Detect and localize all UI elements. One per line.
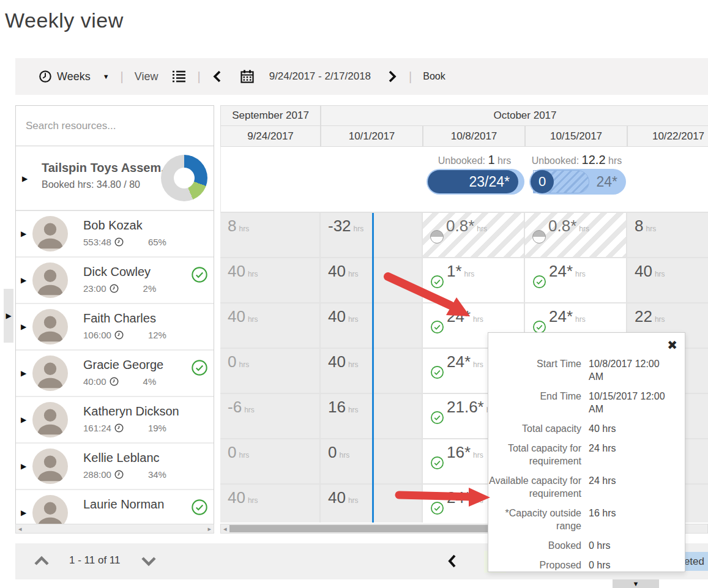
booked-hours-donut-chart [161,155,207,201]
capacity-bar-zero: 0 [531,170,554,193]
toolbar-divider: | [197,70,200,84]
tooltip-field-label: Total capacity for requirement [488,442,581,467]
resource-name: Faith Charles [83,311,156,326]
tooltip-rows: Start Time10/8/2017 12:00 AMEnd Time10/1… [488,357,685,578]
cell-hours-unit: hrs [348,360,359,369]
cell-hours-unit: hrs [473,315,483,324]
expand-caret-icon[interactable]: ▶ [21,322,26,331]
project-row[interactable]: ▶ Tailspin Toys Assem... Booked hrs: 34.… [16,146,214,211]
panel-expand-handle[interactable]: ▶ [4,289,13,343]
resource-hours-line: 161:2419% [83,423,166,433]
cell-hours-unit: hrs [244,406,255,414]
capacity-bar-10-15[interactable]: 0 24* [529,169,626,195]
chevron-down-icon [141,556,157,567]
scroll-left-icon[interactable]: ◂ [18,526,22,532]
expand-caret-icon[interactable]: ▶ [21,415,26,424]
cell-hours-value: 40 [328,307,346,326]
cell-hours-value: 24* [447,352,471,371]
booking-cell[interactable]: 0hrs [220,349,321,394]
cell-hours-value: 21.6* [447,398,484,417]
cell-hours-unit: hrs [239,225,249,233]
booking-cell[interactable]: 40hrs [627,258,708,303]
cell-hours-unit: hrs [477,225,487,233]
cell-hours-unit: hrs [354,225,364,233]
resource-name: Kellie Leblanc [83,451,160,465]
schedule-toolbar: Weeks ▼ | View | 9/24/2017 - 2/17/2018 |… [15,58,708,95]
approved-check-icon [191,266,208,286]
partial-availability-icon [430,230,444,244]
scroll-left-icon[interactable]: ◂ [223,526,227,532]
chevron-left-icon [212,70,223,83]
booking-cell[interactable]: 8hrs [627,213,708,258]
expand-caret-icon[interactable]: ▶ [21,508,26,517]
collapse-left-button[interactable] [447,553,458,569]
tooltip-row: *Capacity outside range16 hrs [488,507,685,532]
resources-horizontal-scrollbar[interactable]: ◂ ▸ [15,524,214,534]
resource-hours-line: 553:4865% [83,237,166,247]
booking-cell[interactable]: 0.8*hrs [423,213,525,258]
expand-caret-icon[interactable]: ▶ [21,369,26,378]
date-header-cell: 9/24/2017 [220,125,321,147]
view-options-button[interactable]: View [135,70,187,83]
weeks-mode-dropdown[interactable]: Weeks ▼ [39,70,110,83]
page-up-button[interactable] [34,556,50,567]
booking-cell[interactable]: -6hrs [220,394,321,439]
tooltip-row: Total capacity for requirement24 hrs [488,442,685,467]
cell-hours-unit: hrs [579,225,589,233]
list-view-icon [171,70,186,83]
next-range-button[interactable] [387,70,398,83]
tooltip-close-button[interactable]: ✖ [667,338,677,352]
tooltip-row: Total capacity40 hrs [488,422,685,435]
resource-time: 106:00 [83,330,111,340]
weeks-mode-label: Weeks [57,70,91,83]
unbooked-unit: hrs [495,155,512,166]
resource-row[interactable]: ▶Katheryn Dickson161:2419% [16,397,214,444]
capacity-bar-10-8[interactable]: 23/24* [427,169,524,195]
calendar-picker-button[interactable] [240,69,255,84]
tooltip-field-value: 0 hrs [589,559,674,571]
booking-cell[interactable]: 0hrs [220,439,321,485]
expand-caret-icon[interactable]: ▶ [22,174,28,183]
resource-utilization-percent: 34% [148,469,166,480]
resource-row[interactable]: ▶Dick Cowley23:002% [16,258,214,304]
expand-caret-icon[interactable]: ▶ [21,276,26,285]
search-resources-input[interactable] [24,119,209,133]
booking-cell[interactable]: 40hrs [220,485,321,523]
booking-cell[interactable]: 1*hrs [423,258,525,303]
cell-hours-value: 1* [447,262,462,281]
month-header-cell: September 2017 [220,105,321,125]
resource-row[interactable]: ▶Bob Kozak553:4865% [16,211,214,258]
booking-cell[interactable]: 40hrs [220,258,321,303]
book-button[interactable]: Book [423,71,445,82]
cell-hours-unit: hrs [575,270,586,278]
booking-cell[interactable]: 24*hrs [525,258,627,303]
tooltip-field-value: 24 hrs [589,474,674,500]
clock-icon [114,423,124,433]
current-date-line [372,213,374,523]
resource-avatar [32,448,68,484]
cell-hours-unit: hrs [473,360,483,369]
resource-hours-line: 288:0034% [83,469,166,480]
dropdown-button[interactable]: ▼ [613,579,659,588]
unbooked-value: 12.2 [582,153,606,166]
booking-cell[interactable]: 0.8*hrs [525,213,627,258]
expand-caret-icon[interactable]: ▶ [21,462,26,471]
resource-time: 23:00 [83,283,106,294]
booking-cell[interactable]: 40hrs [220,303,321,349]
resource-row[interactable]: ▶Kellie Leblanc288:0034% [16,444,214,490]
tooltip-row: Available capacity for requirement24 hrs [488,474,685,500]
resource-row[interactable]: ▶Gracie George40:004% [16,351,214,397]
resource-row[interactable]: ▶Faith Charles106:0012% [16,304,214,351]
cell-hours-value: -6 [228,398,242,417]
page-down-button[interactable] [141,556,157,567]
cell-hours-unit: hrs [348,270,359,278]
expand-caret-icon[interactable]: ▶ [21,229,26,238]
scroll-right-icon[interactable]: ▸ [207,526,211,532]
chevron-down-icon: ▼ [103,73,110,80]
unbooked-unit: hrs [606,155,622,166]
cell-hours-value: 0 [228,443,236,462]
cell-hours-unit: hrs [575,315,586,324]
booking-cell[interactable]: 8hrs [220,213,321,258]
clock-icon [114,237,124,247]
previous-range-button[interactable] [212,70,223,83]
